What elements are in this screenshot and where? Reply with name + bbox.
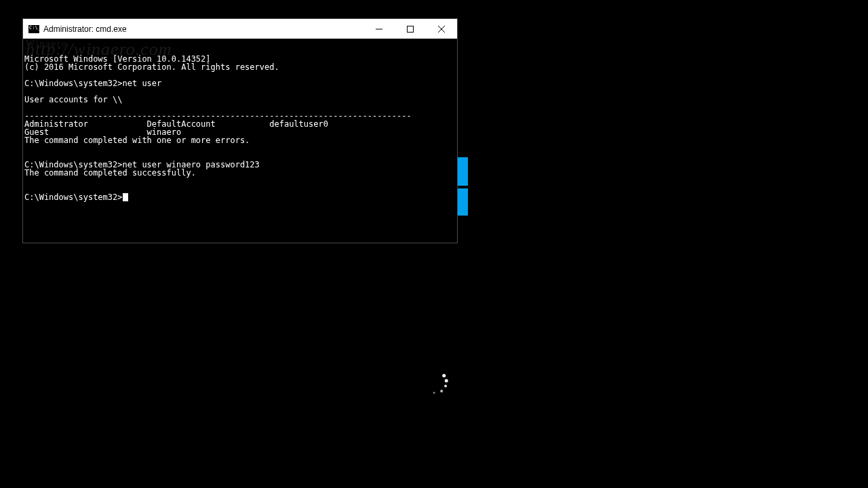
text-cursor xyxy=(123,193,128,201)
output-line: User accounts for \\ xyxy=(24,95,123,104)
banner-line: (c) 2016 Microsoft Corporation. All righ… xyxy=(24,62,279,72)
loading-spinner-icon xyxy=(420,367,448,394)
cmd-window[interactable]: Administrator: cmd.exe Winaero http://wi… xyxy=(22,18,458,243)
output-status: The command completed successfully. xyxy=(24,168,196,178)
minimize-button[interactable] xyxy=(363,19,395,39)
svg-rect-0 xyxy=(408,26,414,32)
prompt-line: C:\Windows\system32>net user xyxy=(24,79,161,88)
window-title: Administrator: cmd.exe xyxy=(43,24,127,34)
prompt: C:\Windows\system32> xyxy=(24,192,123,202)
output-status: The command completed with one or more e… xyxy=(24,136,250,145)
watermark-title: Winaero xyxy=(26,40,172,48)
titlebar[interactable]: Administrator: cmd.exe xyxy=(23,19,457,39)
prompt: C:\Windows\system32> xyxy=(24,79,123,88)
cmd-icon xyxy=(28,25,39,33)
selection-highlight xyxy=(458,157,468,186)
command-text: net user xyxy=(123,79,162,88)
maximize-button[interactable] xyxy=(395,19,426,39)
watermark: Winaero http://winaero.com xyxy=(23,39,175,55)
close-button[interactable] xyxy=(426,19,457,39)
prompt-line[interactable]: C:\Windows\system32> xyxy=(24,192,128,202)
selection-highlight xyxy=(458,188,468,216)
terminal-output[interactable]: Winaero http://winaero.com Microsoft Win… xyxy=(23,39,457,243)
